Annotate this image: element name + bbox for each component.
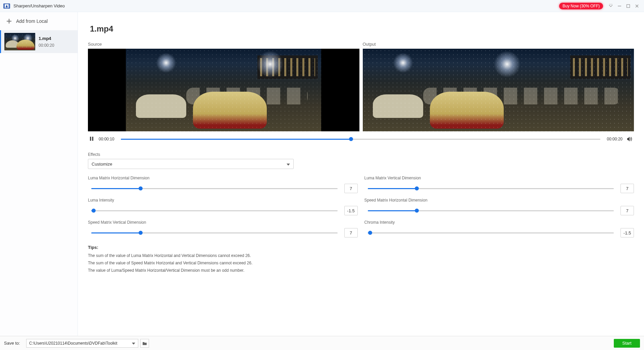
browse-folder-button[interactable] — [140, 339, 149, 348]
tips-section: Tips: The sum of the value of Luma Matri… — [88, 245, 634, 273]
slider-label: Luma Matrix Vertical Dimension — [364, 176, 634, 180]
svg-rect-10 — [92, 137, 94, 141]
slider-value-luma-h[interactable]: 7 — [344, 184, 358, 193]
slider-label: Luma Matrix Horizontal Dimension — [88, 176, 358, 180]
caret-down-icon — [287, 162, 290, 167]
slider-speed-h: Speed Matrix Horizontal Dimension 7 — [364, 198, 634, 215]
footer: Save to: C:\Users\U20210114\Documents\DV… — [0, 336, 644, 350]
output-label: Output — [363, 42, 634, 47]
slider-luma-i: Luma Intensity -1.5 — [88, 198, 358, 215]
slider-track-speed-v[interactable] — [88, 230, 341, 235]
menu-dropdown-icon[interactable] — [607, 2, 614, 10]
volume-icon[interactable] — [627, 136, 633, 142]
slider-value-luma-i[interactable]: -1.5 — [344, 206, 358, 215]
close-icon[interactable] — [633, 2, 641, 10]
slider-value-luma-v[interactable]: 7 — [621, 184, 634, 193]
save-path-value: C:\Users\U20210114\Documents\DVDFab\Tool… — [29, 341, 117, 346]
save-path-select[interactable]: C:\Users\U20210114\Documents\DVDFab\Tool… — [26, 339, 138, 348]
total-time: 00:00:20 — [604, 137, 623, 141]
save-to-label: Save to: — [4, 341, 20, 346]
svg-rect-1 — [4, 4, 5, 8]
slider-chroma-i: Chroma Intensity -1.5 — [364, 220, 634, 237]
pause-icon[interactable] — [89, 136, 95, 142]
add-from-local-label: Add from Local — [16, 18, 48, 24]
source-label: Source — [88, 42, 359, 47]
effects-label: Effects — [88, 152, 634, 157]
current-time: 00:00:10 — [99, 137, 117, 141]
slider-value-speed-v[interactable]: 7 — [344, 228, 358, 237]
slider-value-speed-h[interactable]: 7 — [621, 206, 634, 215]
video-item-duration: 00:00:20 — [39, 43, 54, 48]
seek-thumb[interactable] — [349, 137, 353, 141]
start-button[interactable]: Start — [614, 339, 640, 348]
slider-luma-v: Luma Matrix Vertical Dimension 7 — [364, 176, 634, 193]
buy-now-button[interactable]: Buy Now (30% OFF) — [559, 3, 603, 9]
output-preview — [363, 49, 634, 131]
sidebar: Add from Local 1.mp4 00:00:20 — [0, 12, 78, 336]
slider-track-luma-i[interactable] — [88, 208, 341, 213]
minimize-icon[interactable] — [616, 2, 623, 10]
effects-select[interactable]: Customize — [88, 159, 294, 169]
tips-line: The value of Luma/Speed Matrix Horizonta… — [88, 268, 634, 273]
window-title: Sharpen/Unsharpen Video — [13, 3, 65, 8]
video-item-name: 1.mp4 — [39, 36, 54, 41]
tips-line: The sum of the value of Speed Matrix Hor… — [88, 261, 634, 265]
slider-track-luma-h[interactable] — [88, 186, 341, 191]
caret-down-icon — [132, 341, 135, 346]
main-panel: 1.mp4 Source — [78, 12, 644, 336]
plus-icon — [6, 18, 12, 24]
add-from-local-button[interactable]: Add from Local — [0, 12, 78, 30]
playback-bar: 00:00:10 00:00:20 — [88, 131, 634, 145]
slider-label: Chroma Intensity — [364, 220, 634, 225]
app-icon — [3, 3, 10, 9]
seek-fill — [121, 139, 351, 140]
slider-label: Luma Intensity — [88, 198, 358, 203]
video-thumbnail — [4, 33, 35, 50]
maximize-icon[interactable] — [625, 2, 632, 10]
effects-selected-value: Customize — [92, 162, 112, 167]
slider-track-luma-v[interactable] — [364, 186, 617, 191]
svg-rect-9 — [90, 137, 91, 141]
seek-slider[interactable] — [121, 136, 600, 142]
slider-label: Speed Matrix Vertical Dimension — [88, 220, 358, 225]
file-title: 1.mp4 — [90, 24, 634, 34]
sidebar-video-item[interactable]: 1.mp4 00:00:20 — [0, 30, 78, 53]
source-preview — [88, 49, 359, 131]
titlebar: Sharpen/Unsharpen Video Buy Now (30% OFF… — [0, 0, 644, 12]
tips-title: Tips: — [88, 245, 634, 250]
svg-rect-4 — [627, 4, 630, 7]
slider-label: Speed Matrix Horizontal Dimension — [364, 198, 634, 203]
slider-value-chroma-i[interactable]: -1.5 — [621, 228, 634, 237]
tips-line: The sum of the value of Luma Matrix Hori… — [88, 253, 634, 258]
slider-speed-v: Speed Matrix Vertical Dimension 7 — [88, 220, 358, 237]
slider-track-chroma-i[interactable] — [364, 230, 617, 235]
slider-track-speed-h[interactable] — [364, 208, 617, 213]
slider-luma-h: Luma Matrix Horizontal Dimension 7 — [88, 176, 358, 193]
svg-rect-2 — [9, 4, 9, 8]
